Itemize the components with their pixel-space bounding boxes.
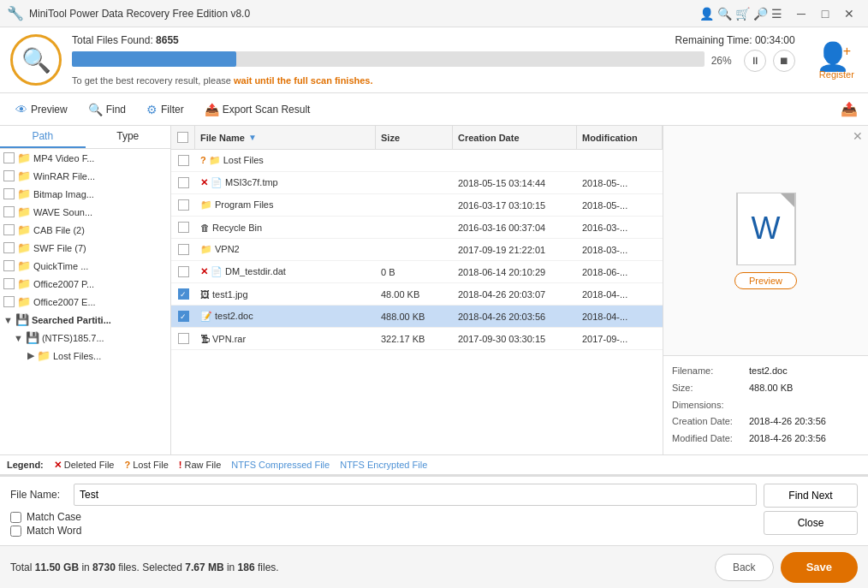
deleted-icon: ✕ bbox=[200, 266, 208, 276]
minimize-button[interactable]: ─ bbox=[789, 2, 813, 26]
table-row[interactable]: 🗜VPN.rar 322.17 KB 2017-09-30 03:30:15 2… bbox=[171, 328, 663, 350]
table-row[interactable]: ✕📄MSI3c7f.tmp 2018-05-15 03:14:44 2018-0… bbox=[171, 172, 663, 194]
back-button[interactable]: Back bbox=[715, 554, 774, 581]
preview-button[interactable]: 👁 Preview bbox=[7, 99, 76, 120]
legend-bar: Legend: ✕ Deleted File ? Lost File ! Raw… bbox=[0, 454, 868, 475]
search-icon-btn[interactable]: 🔍 bbox=[717, 7, 732, 21]
save-button[interactable]: Save bbox=[781, 552, 858, 583]
register-icon: 👤+ bbox=[816, 40, 858, 73]
list-item[interactable]: 📁 WAVE Soun... bbox=[0, 203, 170, 221]
search-input[interactable] bbox=[74, 484, 757, 506]
close-preview-button[interactable]: ✕ bbox=[853, 129, 863, 143]
hdd-icon: 💾 bbox=[26, 331, 39, 344]
progress-percent: 26% bbox=[711, 55, 737, 67]
zoom-icon-btn[interactable]: 🔎 bbox=[753, 7, 768, 21]
list-item[interactable]: 📁 SWF File (7) bbox=[0, 239, 170, 257]
list-item[interactable]: 📁 Bitmap Imag... bbox=[0, 185, 170, 203]
remaining-value: 00:34:00 bbox=[755, 34, 795, 46]
table-row[interactable]: ✓ 🖼test1.jpg 48.00 KB 2018-04-26 20:03:0… bbox=[171, 283, 663, 306]
list-item[interactable]: 📁 Office2007 P... bbox=[0, 275, 170, 293]
tree-checkbox[interactable] bbox=[3, 260, 15, 271]
file-icon: 📄 bbox=[211, 177, 223, 187]
pause-button[interactable]: ⏸ bbox=[744, 50, 766, 72]
row-checkbox[interactable] bbox=[178, 155, 189, 166]
status-text: Total 11.50 GB in 8730 files. Selected 7… bbox=[10, 561, 708, 573]
col-header-created[interactable]: Creation Date bbox=[453, 126, 577, 149]
tab-type[interactable]: Type bbox=[86, 126, 171, 148]
preview-icon: 👁 bbox=[15, 103, 27, 116]
tree-checkbox[interactable] bbox=[3, 152, 15, 163]
word-icon: 📝 bbox=[200, 311, 212, 321]
left-panel: Path Type 📁 MP4 Video F... 📁 WinRAR File… bbox=[0, 126, 171, 454]
row-checkbox[interactable] bbox=[178, 244, 189, 255]
register-section[interactable]: 👤+ Register bbox=[816, 40, 858, 80]
list-item[interactable]: ▼ 💾 (NTFS)185.7... bbox=[0, 329, 170, 347]
filter-button[interactable]: ⚙ Filter bbox=[138, 99, 193, 120]
table-row[interactable]: 📁Program Files 2016-03-17 03:10:15 2018-… bbox=[171, 194, 663, 217]
list-item[interactable]: 📁 WinRAR File... bbox=[0, 167, 170, 185]
tree-checkbox[interactable] bbox=[3, 206, 15, 217]
folder-icon: 📁 bbox=[37, 349, 51, 362]
close-search-button[interactable]: Close bbox=[764, 511, 858, 535]
row-checkbox[interactable] bbox=[178, 222, 189, 233]
bottom-bar: Total 11.50 GB in 8730 files. Selected 7… bbox=[0, 545, 868, 588]
total-files: 8730 bbox=[92, 561, 116, 573]
row-checkbox[interactable] bbox=[178, 199, 189, 211]
tree-checkbox[interactable] bbox=[3, 242, 15, 253]
folder-icon: 📁 bbox=[17, 169, 31, 182]
stop-button[interactable]: ⏹ bbox=[773, 50, 795, 72]
table-row[interactable]: ✕📄DM_testdir.dat 0 B 2018-06-14 20:10:29… bbox=[171, 261, 663, 283]
list-item[interactable]: 📁 CAB File (2) bbox=[0, 221, 170, 239]
list-item[interactable]: 📁 MP4 Video F... bbox=[0, 149, 170, 167]
table-row[interactable]: 🗑Recycle Bin 2016-03-16 00:37:04 2016-03… bbox=[171, 217, 663, 239]
list-item[interactable]: 📁 QuickTime ... bbox=[0, 257, 170, 275]
export-button[interactable]: 📤 Export Scan Result bbox=[196, 99, 319, 120]
row-checkbox[interactable] bbox=[178, 177, 189, 188]
magnifier-icon: 🔍 bbox=[21, 46, 51, 74]
tree-checkbox[interactable] bbox=[3, 296, 15, 307]
tab-path[interactable]: Path bbox=[0, 126, 86, 148]
row-checkbox[interactable]: ✓ bbox=[178, 288, 189, 300]
row-checkbox[interactable]: ✓ bbox=[178, 311, 189, 322]
find-next-button[interactable]: Find Next bbox=[764, 484, 858, 508]
header-checkbox[interactable] bbox=[177, 132, 188, 143]
row-checkbox[interactable] bbox=[178, 266, 189, 277]
preview-button[interactable]: Preview bbox=[734, 272, 797, 289]
image-icon: 🖼 bbox=[200, 289, 210, 300]
toolbar: 👁 Preview 🔍 Find ⚙ Filter 📤 Export Scan … bbox=[0, 93, 868, 126]
tree-checkbox[interactable] bbox=[3, 170, 15, 181]
col-header-size[interactable]: Size bbox=[376, 126, 453, 149]
match-case-checkbox[interactable] bbox=[10, 512, 21, 523]
row-checkbox[interactable] bbox=[178, 333, 189, 344]
match-case-row: Match Case bbox=[10, 511, 757, 523]
close-button[interactable]: ✕ bbox=[837, 2, 861, 26]
file-icon: 📄 bbox=[211, 266, 223, 276]
titlebar: 🔧 MiniTool Power Data Recovery Free Edit… bbox=[0, 0, 868, 27]
tree-checkbox[interactable] bbox=[3, 278, 15, 289]
file-info: Filename: test2.doc Size: 488.00 KB Dime… bbox=[663, 356, 868, 454]
col-header-modified[interactable]: Modification bbox=[577, 126, 663, 149]
find-button[interactable]: 🔍 Find bbox=[80, 99, 134, 120]
total-size: 11.50 GB bbox=[35, 561, 79, 573]
table-row[interactable]: ?📁Lost Files bbox=[171, 150, 663, 172]
deleted-icon: ✕ bbox=[200, 177, 208, 187]
user-icon-btn[interactable]: 👤 bbox=[699, 7, 714, 21]
maximize-button[interactable]: □ bbox=[813, 2, 837, 26]
match-word-checkbox[interactable] bbox=[10, 526, 21, 537]
cart-icon-btn[interactable]: 🛒 bbox=[735, 7, 750, 21]
folder-icon: 📁 bbox=[200, 199, 212, 210]
list-item[interactable]: ▶ 📁 Lost Files... bbox=[0, 347, 170, 365]
table-row[interactable]: 📁VPN2 2017-09-19 21:22:01 2018-03-... bbox=[171, 239, 663, 261]
file-rows: ?📁Lost Files ✕📄MSI3c7f.tmp 2018-05-15 03… bbox=[171, 150, 663, 454]
col-header-name[interactable]: File Name ▼ bbox=[195, 126, 376, 149]
share-icon[interactable]: 📤 bbox=[837, 98, 861, 121]
table-row[interactable]: ✓ 📝test2.doc 488.00 KB 2018-04-26 20:03:… bbox=[171, 306, 663, 328]
list-item[interactable]: 📁 Office2007 E... bbox=[0, 293, 170, 311]
menu-icon-btn[interactable]: ☰ bbox=[771, 7, 782, 21]
list-item[interactable]: ▼ 💾 Searched Partiti... bbox=[0, 311, 170, 329]
search-row: File Name: bbox=[10, 484, 757, 506]
doc-preview-thumbnail: W bbox=[736, 193, 796, 265]
tree-checkbox[interactable] bbox=[3, 224, 15, 235]
file-list: File Name ▼ Size Creation Date Modificat… bbox=[171, 126, 663, 454]
tree-checkbox[interactable] bbox=[3, 188, 15, 199]
